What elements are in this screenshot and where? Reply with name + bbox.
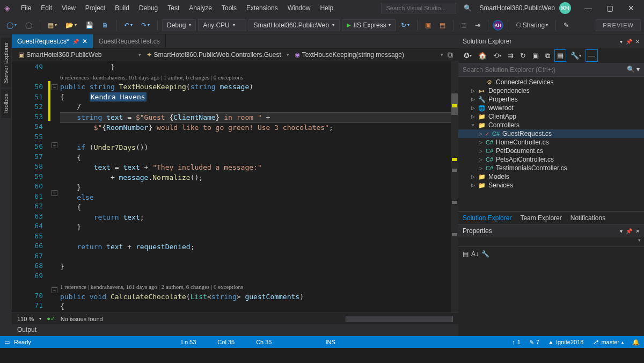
tab-solution-explorer[interactable]: Solution Explorer <box>458 213 516 223</box>
code-editor[interactable]: 4950515253545556575859606162636465666768… <box>12 61 458 313</box>
sort-icon[interactable]: A↓ <box>471 250 479 258</box>
tree-item[interactable]: ▷📁Services <box>458 181 644 190</box>
tree-item[interactable]: ▷🌐wwwroot <box>458 104 644 112</box>
preview-toggle-icon[interactable]: ▤ <box>554 49 566 62</box>
menu-tools[interactable]: Tools <box>217 2 241 14</box>
output-panel-tab[interactable]: Output <box>12 324 458 336</box>
properties-icon[interactable]: 🔧▾ <box>568 50 583 61</box>
indent-icon[interactable]: ≣ <box>458 19 470 31</box>
split-editor-icon[interactable]: ⧉ <box>445 50 455 60</box>
nav-forward-button[interactable]: ◯ <box>22 19 35 31</box>
run-button[interactable]: ▶IIS Express▾ <box>342 19 395 31</box>
filter-icon[interactable]: — <box>586 49 598 62</box>
menu-file[interactable]: File <box>17 2 35 14</box>
server-explorer-tab[interactable]: Server Explorer <box>1 38 11 87</box>
open-file-icon[interactable]: 📂 ▾ <box>62 19 80 31</box>
tree-item[interactable]: ▷C#PetsApiController.cs <box>458 155 644 164</box>
menu-extensions[interactable]: Extensions <box>242 2 282 14</box>
maximize-button[interactable]: ▢ <box>601 2 618 14</box>
config-dropdown[interactable]: Debug▾ <box>162 19 196 31</box>
breadcrumb-project[interactable]: ▣SmartHotel360.PublicWeb <box>15 50 105 60</box>
menu-help[interactable]: Help <box>316 2 338 14</box>
refresh-icon[interactable]: ↻ ▾ <box>398 19 413 31</box>
fold-toggle[interactable]: − <box>52 287 57 293</box>
pin-icon[interactable]: 📌 <box>626 228 632 234</box>
scrollbar-h[interactable] <box>346 316 453 322</box>
search-icon[interactable]: 🔍 <box>460 3 475 13</box>
tab-guest-request[interactable]: GuestRequest.cs*📌✕ <box>12 34 93 48</box>
tool-icon-1[interactable]: ▣ <box>422 19 434 31</box>
redo-icon[interactable]: ↷ ▾ <box>138 19 153 31</box>
minimize-button[interactable]: — <box>580 2 597 14</box>
solution-tree[interactable]: ⚙Connected Services▷▸▪Dependencies▷🔧Prop… <box>458 77 644 211</box>
feedback-icon[interactable]: ✎ <box>560 19 572 31</box>
menu-window[interactable]: Window <box>283 2 315 14</box>
home-icon[interactable]: 🏠 <box>476 50 489 61</box>
zoom-level[interactable]: 110 % <box>17 316 34 322</box>
collapse-icon[interactable]: ⇉ <box>506 50 516 61</box>
fold-toggle[interactable]: − <box>52 84 57 90</box>
user-avatar[interactable]: KH <box>559 2 571 14</box>
undo-icon[interactable]: ↶ ▾ <box>121 19 136 31</box>
show-all-icon[interactable]: ▣ <box>530 50 541 61</box>
tree-item[interactable]: ▷C#HomeController.cs <box>458 138 644 147</box>
publish-button[interactable]: ↑ 1 <box>512 339 521 345</box>
refresh-icon[interactable]: ↻ <box>518 50 528 61</box>
menu-build[interactable]: Build <box>111 2 134 14</box>
save-icon[interactable]: 💾 <box>82 19 97 31</box>
tree-item[interactable]: ▷▸▪Dependencies <box>458 86 644 95</box>
home-icon[interactable]: ✪ ▾ <box>462 50 474 61</box>
tree-item[interactable]: ⚙Connected Services <box>458 78 644 86</box>
pin-icon[interactable]: 📌 <box>626 39 632 45</box>
close-tab-icon[interactable]: ✕ <box>82 38 87 45</box>
menu-analyze[interactable]: Analyze <box>185 2 216 14</box>
copy-icon[interactable]: ⧉ <box>543 50 552 62</box>
tree-item[interactable]: ▷📁Models <box>458 172 644 181</box>
tool-icon-2[interactable]: ▤ <box>436 19 449 31</box>
tree-item[interactable]: ▷C#TestimonialsController.cs <box>458 164 644 172</box>
properties-dropdown[interactable]: ▾ <box>458 237 644 247</box>
close-panel-icon[interactable]: ✕ <box>635 39 640 45</box>
prop-pages-icon[interactable]: 🔧 <box>481 250 489 258</box>
startup-project-dropdown[interactable]: SmartHotel360.PublicWeb▾ <box>248 19 340 31</box>
notifications-icon[interactable]: 🔔 <box>632 339 640 346</box>
platform-dropdown[interactable]: Any CPU▾ <box>198 19 246 31</box>
breadcrumb-member[interactable]: ◉TextHouseKeeping(string message) <box>291 50 407 60</box>
tree-item[interactable]: ▷🔧Properties <box>458 95 644 104</box>
menu-debug[interactable]: Debug <box>135 2 162 14</box>
new-project-icon[interactable]: ▦ ▾ <box>45 19 60 31</box>
pin-icon[interactable]: 📌 <box>72 39 79 45</box>
menu-edit[interactable]: Edit <box>36 2 56 14</box>
codelens[interactable]: 6 references | kendrahavens, 161 days ag… <box>60 74 243 81</box>
dropdown-icon[interactable]: ▾ <box>620 228 623 234</box>
fold-toggle[interactable]: − <box>52 190 57 196</box>
pending-changes[interactable]: ✎ 7 <box>529 339 539 346</box>
scrollbar[interactable] <box>451 61 458 313</box>
tree-item[interactable]: ▷📁ClientApp <box>458 112 644 121</box>
sync-icon[interactable]: ⟲ ▾ <box>491 50 503 61</box>
categorize-icon[interactable]: ▤ <box>463 250 469 258</box>
tab-notifications[interactable]: Notifications <box>566 213 610 223</box>
menu-test[interactable]: Test <box>163 2 184 14</box>
toolbox-tab[interactable]: Toolbox <box>1 89 11 118</box>
search-icon[interactable]: 🔍 ▾ <box>623 63 644 76</box>
menu-project[interactable]: Project <box>81 2 109 14</box>
tree-item[interactable]: ▷C#PetDocument.cs <box>458 147 644 155</box>
liveshare-avatar[interactable]: KH <box>493 20 503 31</box>
solution-search-input[interactable] <box>458 63 623 76</box>
outdent-icon[interactable]: ⇥ <box>472 19 484 31</box>
repo-name[interactable]: ▲ Ignite2018 <box>548 339 583 345</box>
tree-item[interactable]: ▷✓C#GuestRequest.cs <box>458 129 644 138</box>
dropdown-icon[interactable]: ▾ <box>620 39 623 45</box>
tab-guest-request-test[interactable]: GuestRequestTest.cs <box>93 34 166 48</box>
tree-item[interactable]: ▿📁Controllers <box>458 121 644 129</box>
nav-back-button[interactable]: ◯ ▾ <box>3 19 20 31</box>
quick-launch-search[interactable] <box>381 3 456 13</box>
tab-team-explorer[interactable]: Team Explorer <box>516 213 566 223</box>
close-panel-icon[interactable]: ✕ <box>635 228 640 234</box>
sharing-button[interactable]: ⚇ Sharing ▾ <box>513 19 551 31</box>
menu-view[interactable]: View <box>57 2 80 14</box>
code-text[interactable]: } 6 references | kendrahavens, 161 days … <box>60 61 458 313</box>
branch-name[interactable]: ⎇ master ▴ <box>592 339 624 346</box>
codelens[interactable]: 1 reference | kendrahavens, 161 days ago… <box>60 284 243 290</box>
